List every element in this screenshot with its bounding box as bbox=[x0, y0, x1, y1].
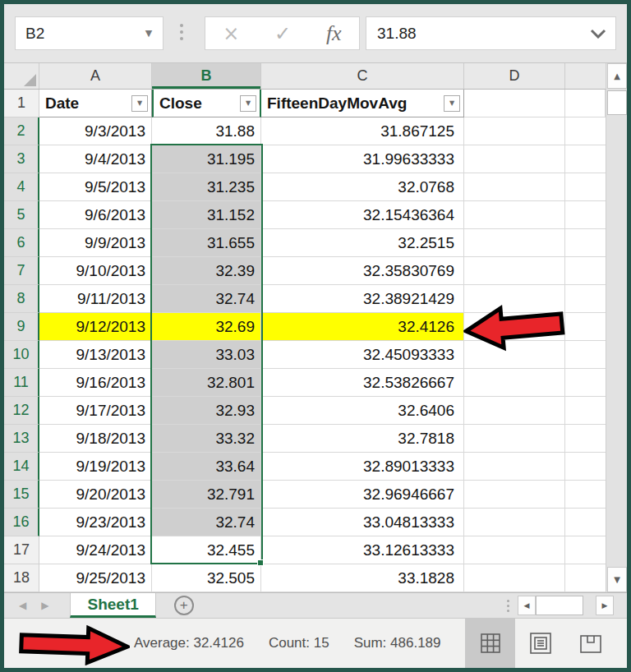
normal-view-button[interactable] bbox=[465, 619, 515, 668]
horizontal-scrollbar-track[interactable] bbox=[583, 596, 596, 615]
cell-A6[interactable]: 9/9/2013 bbox=[39, 229, 152, 257]
column-header-c[interactable]: C bbox=[261, 63, 464, 89]
row-header-11[interactable]: 11 bbox=[4, 369, 39, 397]
cell-C2[interactable]: 31.867125 bbox=[261, 117, 464, 145]
cell-D7[interactable] bbox=[464, 257, 565, 285]
cell-D5[interactable] bbox=[464, 201, 565, 229]
cell-C10[interactable]: 32.45093333 bbox=[261, 341, 464, 369]
cell-A10[interactable]: 9/13/2013 bbox=[39, 341, 152, 369]
row-header-17[interactable]: 17 bbox=[4, 536, 39, 564]
cell-B15[interactable]: 32.791 bbox=[152, 481, 261, 509]
cell-C18[interactable]: 33.1828 bbox=[261, 564, 464, 592]
row-header-3[interactable]: 3 bbox=[4, 145, 39, 173]
column-header-a[interactable]: A bbox=[39, 63, 152, 89]
column-header-e-partial[interactable] bbox=[565, 63, 606, 89]
row-header-14[interactable]: 14 bbox=[4, 453, 39, 481]
cell-A18[interactable]: 9/25/2013 bbox=[39, 564, 152, 592]
cell-A11[interactable]: 9/16/2013 bbox=[39, 369, 152, 397]
cell-A14[interactable]: 9/19/2013 bbox=[39, 453, 152, 481]
cell-A2[interactable]: 9/3/2013 bbox=[39, 117, 152, 145]
cell-C12[interactable]: 32.6406 bbox=[261, 397, 464, 425]
cell-E1[interactable] bbox=[565, 90, 606, 117]
cell-A7[interactable]: 9/10/2013 bbox=[39, 257, 152, 285]
row-header-2[interactable]: 2 bbox=[4, 117, 39, 145]
row-header-16[interactable]: 16 bbox=[4, 509, 39, 536]
cell-A15[interactable]: 9/20/2013 bbox=[39, 481, 152, 509]
cell-C17[interactable]: 33.12613333 bbox=[261, 536, 464, 564]
name-box-dropdown-icon[interactable]: ▼ bbox=[135, 28, 163, 39]
horizontal-scrollbar-thumb[interactable] bbox=[536, 596, 583, 615]
cell-D16[interactable] bbox=[464, 509, 565, 536]
cell-A4[interactable]: 9/5/2013 bbox=[39, 173, 152, 201]
cell-E7[interactable] bbox=[565, 257, 606, 285]
cell-B1[interactable]: Close ▼ bbox=[152, 90, 261, 117]
cell-C5[interactable]: 32.15436364 bbox=[261, 201, 464, 229]
cell-E12[interactable] bbox=[565, 397, 606, 425]
row-header-8[interactable]: 8 bbox=[4, 285, 39, 313]
cell-B11[interactable]: 32.801 bbox=[152, 369, 261, 397]
cell-D1[interactable] bbox=[464, 90, 565, 117]
cell-A8[interactable]: 9/11/2013 bbox=[39, 285, 152, 313]
cell-D2[interactable] bbox=[464, 117, 565, 145]
page-break-preview-button[interactable] bbox=[565, 619, 615, 668]
cell-C15[interactable]: 32.96946667 bbox=[261, 481, 464, 509]
cell-B12[interactable]: 32.93 bbox=[152, 397, 261, 425]
cell-D18[interactable] bbox=[464, 564, 565, 592]
cell-D13[interactable] bbox=[464, 425, 565, 453]
cell-C8[interactable]: 32.38921429 bbox=[261, 285, 464, 313]
cell-B3[interactable]: 31.195 bbox=[152, 145, 261, 173]
next-sheet-icon[interactable]: ▶ bbox=[41, 600, 48, 611]
row-header-6[interactable]: 6 bbox=[4, 229, 39, 257]
cell-C11[interactable]: 32.53826667 bbox=[261, 369, 464, 397]
cell-E8[interactable] bbox=[565, 285, 606, 313]
cell-E14[interactable] bbox=[565, 453, 606, 481]
cell-D8[interactable] bbox=[464, 285, 565, 313]
row-header-7[interactable]: 7 bbox=[4, 257, 39, 285]
column-header-b[interactable]: B bbox=[152, 63, 261, 89]
cell-E5[interactable] bbox=[565, 201, 606, 229]
cell-B8[interactable]: 32.74 bbox=[152, 285, 261, 313]
cell-B9[interactable]: 32.69 bbox=[152, 313, 261, 341]
cell-C16[interactable]: 33.04813333 bbox=[261, 509, 464, 536]
cell-A3[interactable]: 9/4/2013 bbox=[39, 145, 152, 173]
name-box[interactable]: B2 ▼ bbox=[15, 16, 164, 50]
scroll-down-icon[interactable]: ▼ bbox=[607, 567, 627, 592]
cell-E2[interactable] bbox=[565, 117, 606, 145]
formula-input[interactable]: 31.88 bbox=[366, 16, 616, 50]
cell-E15[interactable] bbox=[565, 481, 606, 509]
cell-E6[interactable] bbox=[565, 229, 606, 257]
formula-value[interactable]: 31.88 bbox=[366, 25, 581, 43]
scroll-left-icon[interactable]: ◀ bbox=[518, 596, 536, 615]
cell-B2[interactable]: 31.88 bbox=[152, 117, 261, 145]
cell-C14[interactable]: 32.89013333 bbox=[261, 453, 464, 481]
cell-D11[interactable] bbox=[464, 369, 565, 397]
cell-E10[interactable] bbox=[565, 341, 606, 369]
enter-icon[interactable]: ✓ bbox=[274, 22, 291, 45]
cell-E13[interactable] bbox=[565, 425, 606, 453]
filter-button-movavg[interactable]: ▼ bbox=[444, 95, 460, 112]
cancel-icon[interactable]: × bbox=[223, 22, 239, 45]
cell-C4[interactable]: 32.0768 bbox=[261, 173, 464, 201]
cell-D15[interactable] bbox=[464, 481, 565, 509]
insert-function-icon[interactable]: fx bbox=[326, 21, 342, 46]
row-header-4[interactable]: 4 bbox=[4, 173, 39, 201]
cell-D14[interactable] bbox=[464, 453, 565, 481]
cell-D6[interactable] bbox=[464, 229, 565, 257]
scroll-right-icon[interactable]: ▶ bbox=[596, 596, 614, 615]
cell-C1[interactable]: FifteenDayMovAvg ▼ bbox=[261, 90, 464, 117]
cell-A13[interactable]: 9/18/2013 bbox=[39, 425, 152, 453]
filter-button-date[interactable]: ▼ bbox=[131, 95, 148, 112]
filter-button-close[interactable]: ▼ bbox=[240, 95, 256, 112]
cell-E4[interactable] bbox=[565, 173, 606, 201]
scroll-up-icon[interactable]: ▲ bbox=[607, 63, 627, 89]
cell-B4[interactable]: 31.235 bbox=[152, 173, 261, 201]
column-header-d[interactable]: D bbox=[464, 63, 565, 89]
prev-sheet-icon[interactable]: ◀ bbox=[19, 600, 26, 611]
row-header-1[interactable]: 1 bbox=[4, 90, 39, 117]
cell-B14[interactable]: 33.64 bbox=[152, 453, 261, 481]
row-header-12[interactable]: 12 bbox=[4, 397, 39, 425]
cell-B18[interactable]: 32.505 bbox=[152, 564, 261, 592]
cell-A5[interactable]: 9/6/2013 bbox=[39, 201, 152, 229]
cell-A12[interactable]: 9/17/2013 bbox=[39, 397, 152, 425]
cell-C7[interactable]: 32.35830769 bbox=[261, 257, 464, 285]
